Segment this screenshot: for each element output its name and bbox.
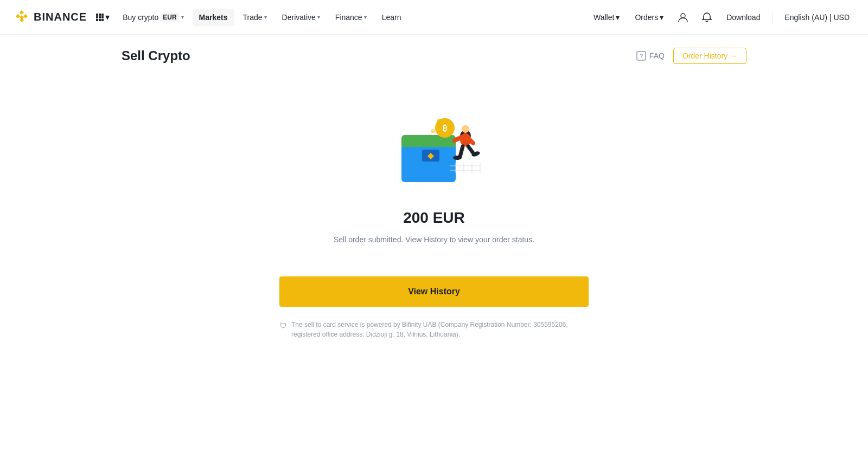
grid-menu-button[interactable]: ▾ (93, 10, 112, 24)
svg-point-28 (460, 133, 471, 146)
logo-text: BINANCE (34, 11, 87, 23)
page-title: Sell Crypto (122, 48, 190, 63)
page-header: Sell Crypto ? FAQ Order History → (122, 35, 746, 73)
svg-rect-9 (99, 16, 101, 18)
svg-text:?: ? (639, 53, 643, 59)
nav-trade[interactable]: Trade ▾ (237, 9, 273, 26)
svg-marker-1 (16, 14, 20, 18)
notification-button[interactable] (697, 8, 717, 27)
nav-language[interactable]: English (AU) | USD (779, 9, 855, 26)
svg-rect-5 (96, 14, 98, 16)
svg-text:₿: ₿ (443, 124, 447, 133)
svg-rect-11 (96, 19, 98, 21)
svg-rect-12 (99, 19, 101, 21)
svg-line-29 (460, 146, 463, 157)
navbar-left: BINANCE ▾ (13, 9, 112, 26)
svg-point-33 (437, 119, 442, 124)
svg-point-25 (462, 125, 469, 133)
header-actions: ? FAQ Order History → (636, 48, 746, 64)
profile-button[interactable] (673, 8, 693, 27)
orders-chevron: ▾ (660, 13, 663, 22)
nav-orders[interactable]: Orders ▾ (629, 9, 669, 26)
svg-rect-17 (401, 143, 456, 182)
status-message: Sell order submitted. View History to vi… (334, 235, 534, 244)
svg-rect-10 (101, 16, 104, 18)
binance-logo-icon (13, 9, 30, 26)
svg-marker-4 (20, 15, 24, 20)
faq-label: FAQ (649, 51, 665, 60)
trade-chevron: ▾ (264, 14, 267, 20)
svg-rect-7 (101, 14, 104, 16)
nav-finance[interactable]: Finance ▾ (329, 9, 373, 26)
svg-rect-8 (96, 16, 98, 18)
footer-note-text: The sell to card service is powered by B… (291, 320, 589, 339)
nav-derivative[interactable]: Derivative ▾ (276, 9, 327, 26)
nav-download[interactable]: Download (721, 9, 765, 26)
svg-rect-19 (401, 141, 456, 147)
logo[interactable]: BINANCE (13, 9, 87, 26)
svg-line-30 (468, 146, 473, 153)
navbar-right: Wallet ▾ Orders ▾ Download English (AU) … (588, 8, 855, 27)
faq-button[interactable]: ? FAQ (636, 51, 665, 61)
amount-display: 200 EUR (403, 209, 465, 227)
view-history-label: View History (408, 287, 460, 296)
svg-point-31 (453, 156, 462, 160)
page-content: Sell Crypto ? FAQ Order History → (108, 35, 760, 361)
svg-point-34 (431, 129, 435, 133)
profile-icon (677, 11, 689, 23)
svg-point-14 (681, 14, 685, 18)
nav-learn[interactable]: Learn (375, 9, 408, 26)
shield-icon: 🛡 (279, 320, 287, 332)
nav-links: Buy crypto EUR ▾ Markets Trade ▾ Derivat… (116, 8, 588, 27)
wallet-chevron: ▾ (616, 13, 620, 22)
grid-icon (95, 13, 104, 22)
view-history-button[interactable]: View History (279, 276, 589, 307)
buy-crypto-chevron: ▾ (181, 14, 184, 20)
nav-markets[interactable]: Markets (193, 9, 234, 26)
illustration-svg: ₿ (385, 105, 483, 192)
derivative-chevron: ▾ (317, 14, 320, 20)
order-history-label: Order History → (682, 51, 737, 60)
sell-crypto-illustration: ₿ (385, 105, 483, 192)
order-history-button[interactable]: Order History → (673, 48, 746, 64)
nav-divider (772, 12, 773, 23)
main-content: ₿ (122, 73, 746, 361)
svg-marker-2 (23, 14, 28, 18)
eur-badge: EUR (160, 12, 179, 22)
footer-note: 🛡 The sell to card service is powered by… (279, 320, 589, 339)
svg-rect-13 (101, 19, 104, 21)
finance-chevron: ▾ (364, 14, 367, 20)
navbar: BINANCE ▾ Buy crypto EUR ▾ Markets (0, 0, 868, 35)
faq-icon: ? (636, 51, 646, 61)
svg-marker-0 (20, 10, 24, 15)
nav-buy-crypto[interactable]: Buy crypto EUR ▾ (116, 8, 190, 27)
notification-icon (701, 11, 713, 23)
nav-wallet[interactable]: Wallet ▾ (588, 9, 625, 26)
svg-rect-6 (99, 14, 101, 16)
grid-chevron: ▾ (105, 12, 110, 22)
